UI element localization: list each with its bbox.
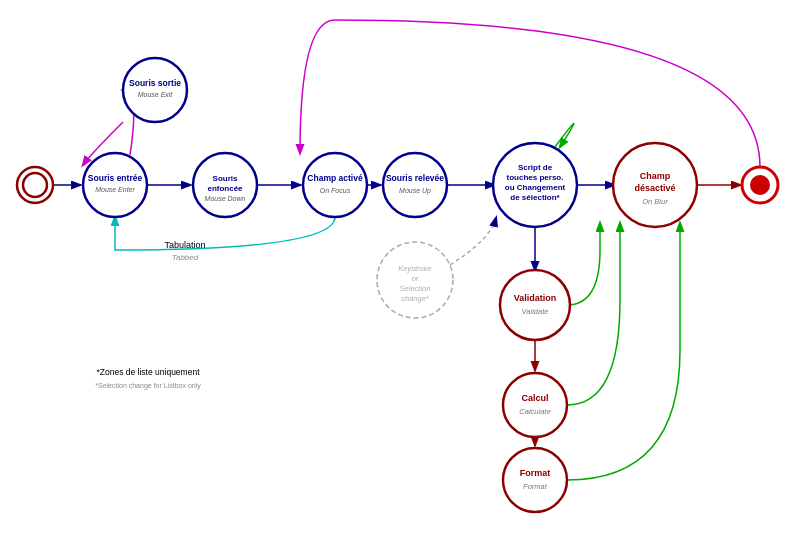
svg-text:Souris entrée: Souris entrée <box>88 173 143 183</box>
svg-point-14 <box>83 153 147 217</box>
svg-text:Calculate: Calculate <box>519 407 550 416</box>
svg-text:Champ activé: Champ activé <box>307 173 363 183</box>
svg-text:Selection: Selection <box>400 284 431 293</box>
svg-point-44 <box>500 270 570 340</box>
svg-text:Mouse Up: Mouse Up <box>399 187 431 195</box>
svg-text:Keystroke: Keystroke <box>398 264 431 273</box>
svg-point-27 <box>383 153 447 217</box>
svg-point-50 <box>503 448 567 512</box>
svg-text:On Focus: On Focus <box>320 187 351 194</box>
tabulation-label: Tabulation <box>164 240 205 250</box>
svg-text:désactivé: désactivé <box>634 183 675 193</box>
zones-label: *Zones de liste uniquement <box>96 367 200 377</box>
svg-text:Champ: Champ <box>640 171 671 181</box>
svg-point-24 <box>303 153 367 217</box>
svg-text:Format: Format <box>523 482 548 491</box>
svg-point-47 <box>503 373 567 437</box>
svg-text:Mouse Down: Mouse Down <box>205 195 246 202</box>
svg-text:touches perso.: touches perso. <box>507 173 564 182</box>
svg-text:On Blur: On Blur <box>642 197 668 206</box>
svg-text:enfoncée: enfoncée <box>207 184 243 193</box>
svg-point-13 <box>750 175 770 195</box>
svg-text:change*: change* <box>401 294 430 303</box>
svg-text:Souris relevée: Souris relevée <box>386 173 444 183</box>
svg-text:Mouse Exit: Mouse Exit <box>138 91 174 98</box>
tabbed-sublabel: Tabbed <box>172 253 199 262</box>
zones-sublabel: *Selection change for Listbox only <box>95 382 201 390</box>
svg-text:Script de: Script de <box>518 163 553 172</box>
svg-text:Validation: Validation <box>514 293 557 303</box>
svg-text:or: or <box>412 274 419 283</box>
svg-text:Souris: Souris <box>213 174 238 183</box>
svg-text:Calcul: Calcul <box>521 393 548 403</box>
svg-text:ou Changement: ou Changement <box>505 183 566 192</box>
svg-text:Souris sortie: Souris sortie <box>129 78 181 88</box>
svg-text:de sélection*: de sélection* <box>510 193 560 202</box>
svg-text:Mouse Enter: Mouse Enter <box>95 186 135 193</box>
svg-text:Format: Format <box>520 468 551 478</box>
svg-point-17 <box>123 58 187 122</box>
svg-point-11 <box>23 173 47 197</box>
svg-text:Validate: Validate <box>522 307 549 316</box>
